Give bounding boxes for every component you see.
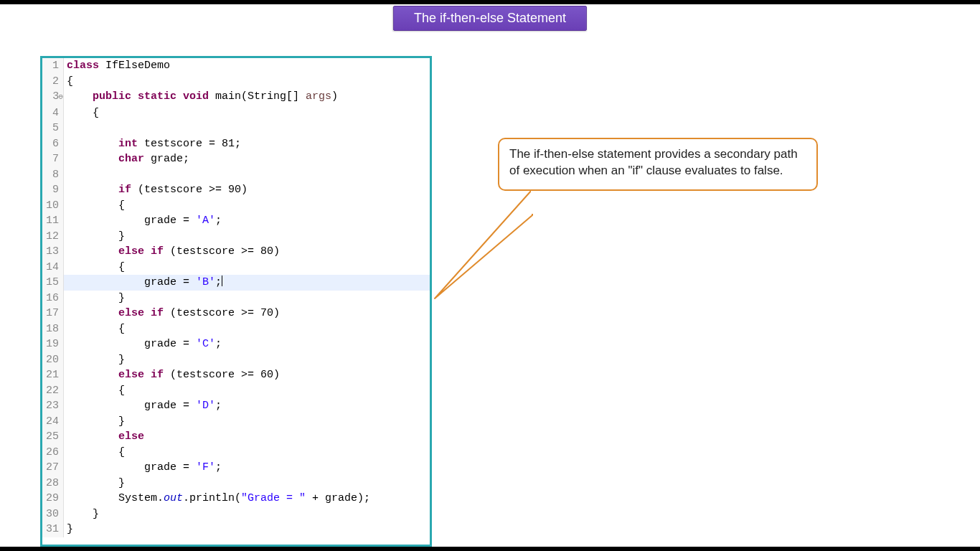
code-content: } — [64, 507, 430, 522]
line-number: 13 — [42, 244, 64, 260]
line-number: 26 — [42, 445, 64, 461]
callout-connector — [426, 184, 534, 306]
code-line: 8 — [42, 167, 430, 183]
code-content: { — [64, 198, 430, 214]
code-line: 1class IfElseDemo — [42, 58, 430, 74]
code-content: System.out.println("Grade = " + grade); — [64, 491, 430, 507]
code-line: 12 } — [42, 229, 430, 245]
line-number: 31 — [42, 522, 64, 537]
code-content: } — [64, 476, 430, 491]
line-number: 27 — [42, 460, 64, 476]
code-line: 17 else if (testscore >= 70) — [42, 306, 430, 321]
line-number: 8 — [42, 167, 64, 183]
code-line: 28 } — [42, 476, 430, 491]
code-content: } — [64, 414, 430, 430]
code-content: grade = 'D'; — [64, 398, 430, 414]
code-content: else if (testscore >= 70) — [64, 306, 430, 321]
code-content: { — [64, 383, 430, 399]
code-line: 14 { — [42, 260, 430, 276]
code-line: 30 } — [42, 507, 430, 522]
code-content — [64, 121, 430, 136]
code-content: grade = 'F'; — [64, 460, 430, 476]
line-number: 12 — [42, 229, 64, 245]
code-line: 5 — [42, 121, 430, 136]
svg-marker-0 — [435, 189, 532, 298]
code-content: } — [64, 352, 430, 368]
code-line: 10 { — [42, 198, 430, 214]
line-number: 22 — [42, 383, 64, 399]
callout-box: The if-then-else statement provides a se… — [498, 138, 818, 191]
line-number: 4 — [42, 105, 64, 121]
line-number: 28 — [42, 476, 64, 491]
code-content: } — [64, 522, 430, 537]
code-line: 31} — [42, 522, 430, 537]
code-line: 11 grade = 'A'; — [42, 213, 430, 229]
line-number: 15 — [42, 275, 64, 291]
code-content: grade = 'B'; — [64, 275, 430, 291]
code-line: 29 System.out.println("Grade = " + grade… — [42, 491, 430, 507]
code-content: int testscore = 81; — [64, 136, 430, 152]
code-line: 13 else if (testscore >= 80) — [42, 244, 430, 260]
code-line: 9 if (testscore >= 90) — [42, 182, 430, 198]
code-content: { — [64, 445, 430, 461]
line-number: 30 — [42, 507, 64, 522]
code-content: grade = 'C'; — [64, 336, 430, 352]
code-line: 22 { — [42, 383, 430, 399]
code-content: { — [64, 321, 430, 337]
code-content: if (testscore >= 90) — [64, 182, 430, 198]
code-line: 18 { — [42, 321, 430, 337]
code-content: public static void main(String[] args) — [64, 89, 430, 105]
code-content: { — [64, 105, 430, 121]
code-content: { — [64, 260, 430, 276]
svg-rect-1 — [531, 191, 534, 214]
code-line: 24 } — [42, 414, 430, 430]
title-text: The if-then-else Statement — [414, 11, 566, 25]
line-number: 3⊖ — [42, 89, 64, 105]
code-content: char grade; — [64, 151, 430, 167]
code-line: 20 } — [42, 352, 430, 368]
code-line: 26 { — [42, 445, 430, 461]
code-content: } — [64, 291, 430, 306]
code-line: 6 int testscore = 81; — [42, 136, 430, 152]
line-number: 24 — [42, 414, 64, 430]
line-number: 5 — [42, 121, 64, 136]
code-line: 23 grade = 'D'; — [42, 398, 430, 414]
line-number: 14 — [42, 260, 64, 276]
code-editor: 1class IfElseDemo2{3⊖ public static void… — [40, 56, 432, 547]
code-line: 4 { — [42, 105, 430, 121]
line-number: 11 — [42, 213, 64, 229]
slide: The if-then-else Statement 1class IfElse… — [0, 4, 980, 547]
line-number: 1 — [42, 58, 64, 74]
code-line: 21 else if (testscore >= 60) — [42, 367, 430, 383]
line-number: 21 — [42, 367, 64, 383]
line-number: 9 — [42, 182, 64, 198]
line-number: 17 — [42, 306, 64, 321]
line-number: 20 — [42, 352, 64, 368]
code-content: grade = 'A'; — [64, 213, 430, 229]
line-number: 16 — [42, 291, 64, 306]
line-number: 2 — [42, 74, 64, 90]
code-content: else if (testscore >= 60) — [64, 367, 430, 383]
line-number: 25 — [42, 429, 64, 445]
code-content — [64, 167, 430, 183]
line-number: 6 — [42, 136, 64, 152]
line-number: 19 — [42, 336, 64, 352]
code-line: 15 grade = 'B'; — [42, 275, 430, 291]
code-content: else if (testscore >= 80) — [64, 244, 430, 260]
callout-text: The if-then-else statement provides a se… — [509, 147, 798, 177]
line-number: 18 — [42, 321, 64, 337]
code-line: 16 } — [42, 291, 430, 306]
code-line: 2{ — [42, 74, 430, 90]
code-line: 25 else — [42, 429, 430, 445]
code-content: { — [64, 74, 430, 90]
line-number: 23 — [42, 398, 64, 414]
code-content: else — [64, 429, 430, 445]
line-number: 10 — [42, 198, 64, 214]
title-banner: The if-then-else Statement — [393, 6, 587, 31]
code-line: 3⊖ public static void main(String[] args… — [42, 89, 430, 105]
code-line: 19 grade = 'C'; — [42, 336, 430, 352]
code-line: 27 grade = 'F'; — [42, 460, 430, 476]
line-number: 7 — [42, 151, 64, 167]
code-content: class IfElseDemo — [64, 58, 430, 74]
code-content: } — [64, 229, 430, 245]
